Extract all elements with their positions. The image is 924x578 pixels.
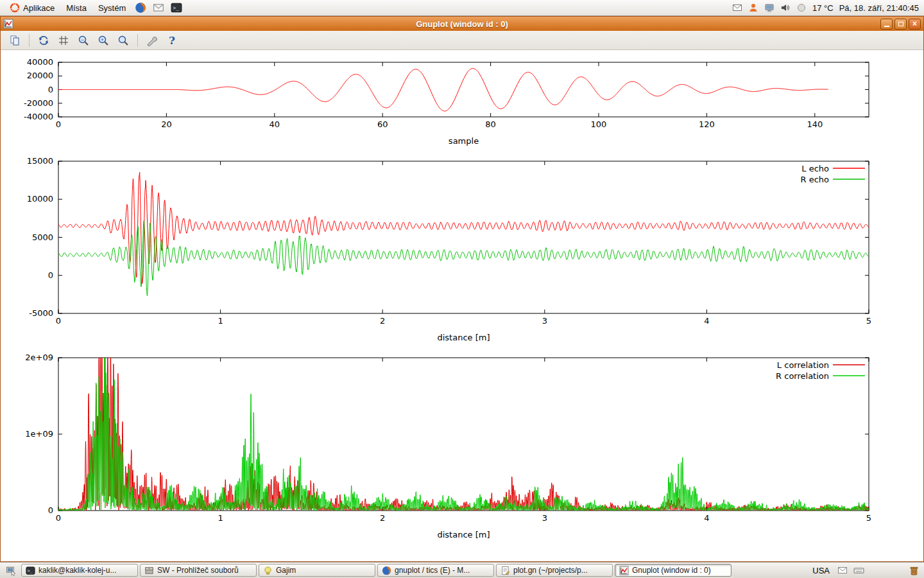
- x-tick-label: 4: [704, 316, 709, 326]
- system-tray: 17 °C Pá, 18. září, 21:40:45: [732, 3, 920, 13]
- titlebar[interactable]: Gnuplot (window id : 0) ×: [1, 17, 923, 31]
- y-tick-label: 5000: [32, 232, 53, 242]
- maximize-button[interactable]: [894, 19, 907, 30]
- x-tick-label: 100: [591, 119, 607, 129]
- y-tick-label: 0: [48, 85, 53, 94]
- legend-label: L correlation: [777, 360, 829, 370]
- file-manager-icon: [144, 566, 154, 575]
- legend-label: R echo: [800, 175, 829, 184]
- x-tick-label: 3: [542, 513, 547, 523]
- svg-text:>_: >_: [28, 568, 33, 574]
- copy-icon: [9, 35, 21, 46]
- minimize-button[interactable]: [880, 19, 893, 30]
- series-line: [58, 172, 869, 284]
- y-tick-label: 2e+09: [25, 353, 53, 362]
- toggle-grid-button[interactable]: [56, 33, 71, 48]
- wrench-icon: [146, 35, 158, 46]
- plot-frame: [58, 358, 869, 511]
- show-desktop-button[interactable]: [3, 563, 19, 577]
- taskbar-window-firefox[interactable]: gnuplot / tics (E) - M...: [377, 564, 494, 577]
- gnuplot-window-icon: [3, 19, 13, 29]
- x-tick-label: 1: [218, 513, 223, 523]
- menu-system[interactable]: Systém: [92, 0, 132, 15]
- firefox-launcher-icon[interactable]: [132, 0, 150, 15]
- taskbar: >_ kaklik@kaklik-kolej-u... SW - Prohlíž…: [0, 562, 924, 578]
- clock[interactable]: Pá, 18. září, 21:40:45: [839, 3, 919, 13]
- x-tick-label: 2: [380, 316, 385, 326]
- series-line: [58, 358, 869, 511]
- gnuplot-plots[interactable]: 020406080100120140-40000-200000200004000…: [1, 50, 923, 561]
- x-tick-label: 60: [377, 119, 388, 129]
- help-button[interactable]: ?: [164, 33, 180, 48]
- y-tick-label: -20000: [24, 98, 53, 108]
- grid-icon: [58, 35, 69, 46]
- y-tick-label: 1e+09: [25, 429, 53, 439]
- plot-frame: [58, 161, 869, 313]
- close-button[interactable]: ×: [909, 19, 921, 30]
- volume-icon[interactable]: [780, 3, 791, 13]
- series-line: [58, 358, 869, 511]
- x-tick-label: 1: [218, 316, 223, 326]
- copy-to-clipboard-button[interactable]: [7, 33, 22, 48]
- zoom-next-icon: +: [98, 35, 109, 46]
- weather-icon[interactable]: [796, 3, 807, 13]
- menu-places[interactable]: Místa: [60, 0, 92, 15]
- trash-icon[interactable]: [907, 565, 921, 576]
- keyboard-icon[interactable]: [851, 565, 866, 576]
- menu-label-places: Místa: [66, 3, 87, 13]
- x-tick-label: 40: [270, 119, 280, 129]
- user-session-icon[interactable]: [748, 3, 758, 13]
- temperature-indicator[interactable]: 17 °C: [812, 3, 834, 13]
- x-tick-label: 140: [807, 119, 823, 129]
- display-icon[interactable]: [764, 3, 774, 13]
- taskbar-window-gnuplot[interactable]: Gnuplot (window id : 0): [615, 564, 732, 577]
- x-axis-label: distance [m]: [437, 333, 490, 342]
- taskbar-window-terminal[interactable]: >_ kaklik@kaklik-kolej-u...: [21, 564, 138, 577]
- y-tick-label: -40000: [24, 112, 53, 121]
- replot-button[interactable]: [36, 33, 51, 48]
- legend-label: R correlation: [776, 371, 829, 381]
- text-editor-icon: [501, 566, 510, 575]
- mail-notification-icon[interactable]: [732, 3, 742, 13]
- x-tick-label: 0: [56, 119, 61, 129]
- x-tick-label: 2: [380, 513, 385, 523]
- configure-button[interactable]: [144, 33, 160, 48]
- menu-applications[interactable]: Aplikace: [4, 0, 60, 15]
- mail-tray-icon[interactable]: [835, 565, 850, 575]
- x-tick-label: 20: [161, 119, 172, 129]
- show-desktop-icon: [6, 565, 17, 576]
- series-line: [58, 69, 828, 112]
- menu-label-system: Systém: [98, 3, 126, 13]
- terminal-icon: >_: [26, 566, 35, 575]
- toolbar-separator: [137, 34, 138, 47]
- y-tick-label: -5000: [29, 308, 53, 318]
- menu-label-applications: Aplikace: [23, 3, 55, 13]
- svg-text:+: +: [101, 36, 104, 42]
- zoom-previous-button[interactable]: −: [76, 33, 91, 48]
- terminal-launcher-icon[interactable]: >_: [167, 0, 185, 15]
- legend-label: L echo: [801, 164, 829, 173]
- gnuplot-window: Gnuplot (window id : 0) × − +: [0, 16, 924, 562]
- y-tick-label: 10000: [27, 194, 53, 204]
- zoom-next-button[interactable]: +: [96, 33, 111, 48]
- replot-icon: [38, 35, 49, 46]
- autoscale-icon: [117, 35, 129, 46]
- x-tick-label: 0: [56, 513, 61, 523]
- minimize-icon: [884, 26, 889, 27]
- zoom-previous-icon: −: [78, 35, 89, 46]
- ubuntu-logo-icon: [10, 3, 20, 13]
- taskbar-window-gajim[interactable]: Gajim: [259, 564, 375, 577]
- x-axis-label: distance [m]: [437, 530, 490, 539]
- mail-launcher-icon[interactable]: [150, 0, 167, 15]
- y-tick-label: 0: [48, 505, 53, 515]
- y-tick-label: 20000: [27, 71, 53, 80]
- autoscale-button[interactable]: [116, 33, 131, 48]
- x-tick-label: 4: [704, 513, 709, 523]
- x-tick-label: 5: [866, 316, 871, 326]
- x-tick-label: 0: [56, 316, 61, 326]
- taskbar-window-text-editor[interactable]: plot.gn (~/projects/p...: [496, 564, 613, 577]
- taskbar-window-file-browser[interactable]: SW - Prohlížeč souborů: [140, 564, 257, 577]
- x-tick-label: 5: [866, 513, 871, 523]
- keyboard-layout-indicator[interactable]: USA: [809, 566, 834, 575]
- y-tick-label: 15000: [27, 156, 53, 166]
